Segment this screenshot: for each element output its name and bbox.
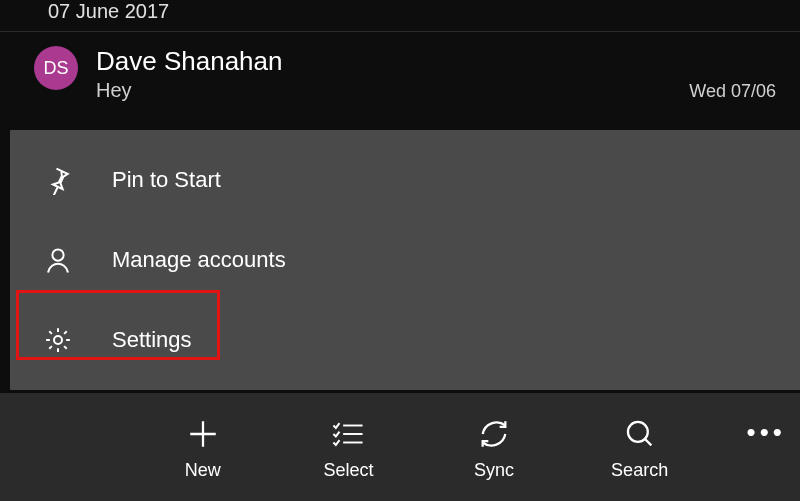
date-header: 07 June 2017 bbox=[0, 0, 800, 32]
svg-point-1 bbox=[54, 336, 62, 344]
bar-label: Select bbox=[323, 460, 373, 481]
svg-point-0 bbox=[52, 249, 63, 260]
date-text: 07 June 2017 bbox=[48, 0, 169, 22]
person-icon bbox=[38, 245, 78, 275]
menu-label: Manage accounts bbox=[112, 247, 286, 273]
menu-settings[interactable]: Settings bbox=[10, 300, 800, 380]
context-menu: Pin to Start Manage accounts Settings bbox=[10, 130, 800, 390]
gear-icon bbox=[38, 325, 78, 355]
plus-icon bbox=[186, 414, 220, 454]
message-date: Wed 07/06 bbox=[689, 81, 776, 102]
message-content: Dave Shanahan Hey Wed 07/06 bbox=[96, 46, 780, 102]
avatar-initials: DS bbox=[43, 58, 68, 79]
message-preview: Hey bbox=[96, 79, 132, 102]
sync-icon bbox=[477, 414, 511, 454]
sync-button[interactable]: Sync bbox=[451, 414, 537, 481]
menu-label: Settings bbox=[112, 327, 192, 353]
bar-label: New bbox=[185, 460, 221, 481]
select-button[interactable]: Select bbox=[306, 414, 392, 481]
more-button[interactable]: ••• bbox=[742, 417, 790, 448]
avatar: DS bbox=[34, 46, 78, 90]
menu-pin-to-start[interactable]: Pin to Start bbox=[10, 140, 800, 220]
select-icon bbox=[331, 414, 365, 454]
bottom-bar: New Select Sync Search ••• bbox=[0, 393, 800, 501]
sender-name: Dave Shanahan bbox=[96, 46, 780, 77]
bar-label: Search bbox=[611, 460, 668, 481]
search-button[interactable]: Search bbox=[597, 414, 683, 481]
menu-manage-accounts[interactable]: Manage accounts bbox=[10, 220, 800, 300]
menu-label: Pin to Start bbox=[112, 167, 221, 193]
bar-label: Sync bbox=[474, 460, 514, 481]
new-button[interactable]: New bbox=[160, 414, 246, 481]
pin-icon bbox=[38, 165, 78, 195]
message-row[interactable]: DS Dave Shanahan Hey Wed 07/06 bbox=[0, 32, 800, 102]
search-icon bbox=[623, 414, 657, 454]
